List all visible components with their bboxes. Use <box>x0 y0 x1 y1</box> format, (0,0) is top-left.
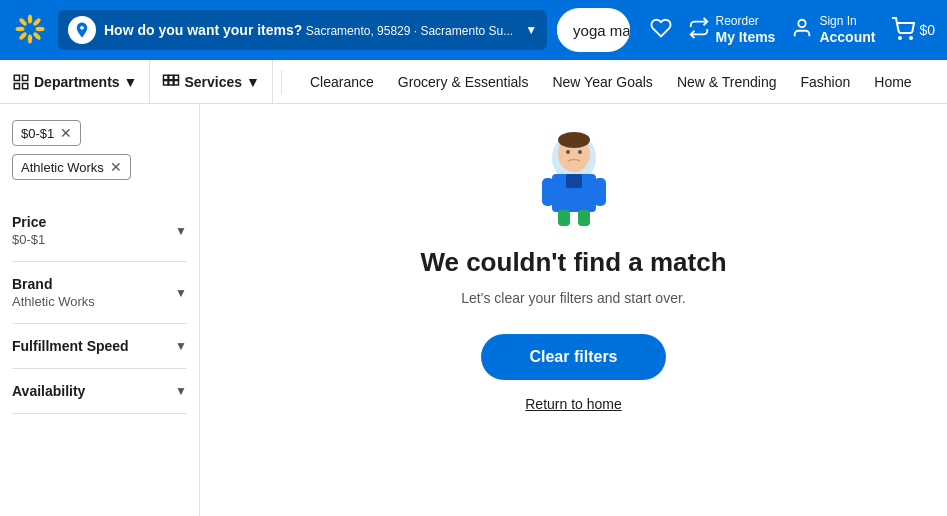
nav-fashion[interactable]: Fashion <box>788 60 862 104</box>
price-section-title: Price <box>12 214 46 230</box>
svg-rect-26 <box>594 178 606 206</box>
brand-section: Brand Athletic Works ▼ <box>12 262 187 324</box>
svg-rect-16 <box>164 75 169 80</box>
svg-point-4 <box>36 26 45 30</box>
cart-price: $0 <box>919 22 935 38</box>
price-section-value: $0-$1 <box>12 232 46 247</box>
svg-point-3 <box>16 26 25 30</box>
brand-section-header[interactable]: Brand Athletic Works ▼ <box>12 276 187 309</box>
svg-point-2 <box>28 34 32 43</box>
person-icon <box>791 17 813 44</box>
cart-icon <box>891 17 915 44</box>
nav-links: Clearance Grocery & Essentials New Year … <box>290 60 924 104</box>
navbar: Departments ▼ Services ▼ Clearance Groce… <box>0 60 947 104</box>
fulfillment-chevron-icon: ▼ <box>175 339 187 353</box>
price-section: Price $0-$1 ▼ <box>12 200 187 262</box>
price-filter-tag[interactable]: $0-$1 ✕ <box>12 120 81 146</box>
grid-icon <box>12 73 30 91</box>
header-actions: Reorder My Items Sign In Account <box>650 14 936 45</box>
brand-section-value: Athletic Works <box>12 294 95 309</box>
svg-point-10 <box>899 37 901 39</box>
svg-rect-19 <box>164 80 169 85</box>
nav-clearance[interactable]: Clearance <box>298 60 386 104</box>
departments-menu[interactable]: Departments ▼ <box>12 60 150 104</box>
delivery-chevron-icon: ▼ <box>525 23 537 37</box>
delivery-icon <box>68 16 96 44</box>
availability-chevron-icon: ▼ <box>175 384 187 398</box>
delivery-text: How do you want your items? Sacramento, … <box>104 21 513 40</box>
brand-chevron-icon: ▼ <box>175 286 187 300</box>
account-label: Sign In Account <box>819 14 875 45</box>
active-filters: $0-$1 ✕ Athletic Works ✕ <box>12 120 187 180</box>
no-results-subtitle: Let's clear your filters and start over. <box>461 290 685 306</box>
svg-rect-18 <box>174 75 179 80</box>
availability-section-header[interactable]: Availability ▼ <box>12 383 187 399</box>
services-label: Services <box>184 74 242 90</box>
svg-rect-31 <box>558 210 570 226</box>
fulfillment-section: Fulfillment Speed ▼ <box>12 324 187 369</box>
search-input[interactable] <box>557 22 629 39</box>
content: We couldn't find a match Let's clear you… <box>200 104 947 516</box>
price-filter-remove-icon[interactable]: ✕ <box>60 125 72 141</box>
brand-filter-tag[interactable]: Athletic Works ✕ <box>12 154 131 180</box>
main-layout: $0-$1 ✕ Athletic Works ✕ Price $0-$1 ▼ <box>0 104 947 516</box>
nav-new-year[interactable]: New Year Goals <box>540 60 664 104</box>
svg-rect-32 <box>578 210 590 226</box>
reorder-icon <box>688 17 710 44</box>
brand-filter-label: Athletic Works <box>21 160 104 175</box>
svg-rect-25 <box>542 178 554 206</box>
account-button[interactable]: Sign In Account <box>791 14 875 45</box>
availability-section: Availability ▼ <box>12 369 187 414</box>
brand-section-title: Brand <box>12 276 95 292</box>
nav-trending[interactable]: New & Trending <box>665 60 789 104</box>
svg-point-11 <box>910 37 912 39</box>
no-results-image <box>514 118 634 231</box>
delivery-selector[interactable]: How do you want your items? Sacramento, … <box>58 10 547 50</box>
svg-rect-21 <box>174 80 179 85</box>
fulfillment-section-title: Fulfillment Speed <box>12 338 129 354</box>
departments-chevron-icon: ▼ <box>124 74 138 90</box>
svg-point-29 <box>566 150 570 154</box>
svg-point-30 <box>578 150 582 154</box>
reorder-label: Reorder My Items <box>716 14 776 45</box>
svg-point-9 <box>799 19 806 26</box>
no-results-title: We couldn't find a match <box>420 247 726 278</box>
services-icon <box>162 73 180 91</box>
clear-filters-button[interactable]: Clear filters <box>481 334 665 380</box>
header: How do you want your items? Sacramento, … <box>0 0 947 60</box>
svg-rect-20 <box>169 80 174 85</box>
wishlist-button[interactable] <box>650 17 672 44</box>
availability-section-title: Availability <box>12 383 85 399</box>
fulfillment-section-header[interactable]: Fulfillment Speed ▼ <box>12 338 187 354</box>
price-section-header[interactable]: Price $0-$1 ▼ <box>12 214 187 247</box>
heart-icon <box>650 17 672 44</box>
svg-rect-15 <box>23 83 28 88</box>
nav-divider <box>281 70 282 94</box>
sidebar: $0-$1 ✕ Athletic Works ✕ Price $0-$1 ▼ <box>0 104 200 516</box>
brand-filter-remove-icon[interactable]: ✕ <box>110 159 122 175</box>
svg-point-1 <box>28 14 32 23</box>
price-filter-label: $0-$1 <box>21 126 54 141</box>
svg-rect-24 <box>566 174 582 188</box>
cart-button[interactable]: $0 <box>891 17 935 44</box>
nav-home[interactable]: Home <box>862 60 923 104</box>
svg-rect-17 <box>169 75 174 80</box>
svg-rect-14 <box>14 83 19 88</box>
walmart-logo[interactable] <box>12 11 48 50</box>
svg-rect-12 <box>14 75 19 80</box>
departments-label: Departments <box>34 74 120 90</box>
svg-rect-13 <box>23 75 28 80</box>
price-chevron-icon: ▼ <box>175 224 187 238</box>
services-menu[interactable]: Services ▼ <box>150 60 272 104</box>
return-home-link[interactable]: Return to home <box>525 396 622 412</box>
reorder-button[interactable]: Reorder My Items <box>688 14 776 45</box>
search-bar <box>557 8 629 52</box>
svg-point-28 <box>558 132 590 148</box>
services-chevron-icon: ▼ <box>246 74 260 90</box>
nav-grocery[interactable]: Grocery & Essentials <box>386 60 541 104</box>
